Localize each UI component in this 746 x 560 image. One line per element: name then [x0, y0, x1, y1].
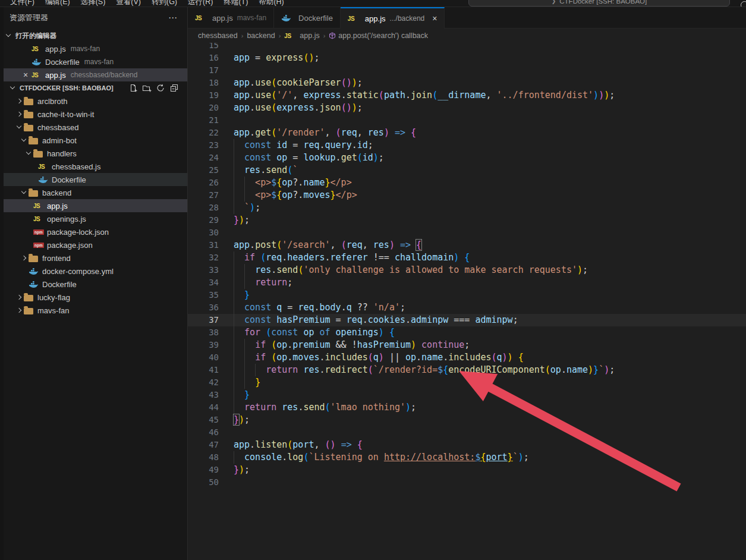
- code-line[interactable]: app.get('/render', (req, res) => {: [234, 127, 746, 139]
- tree-item[interactable]: admin-bot: [0, 134, 187, 147]
- line-number: 46: [188, 426, 219, 439]
- menu-item[interactable]: 帮助(H): [253, 0, 289, 7]
- code-line[interactable]: app = express();: [234, 52, 746, 64]
- code-line[interactable]: app.use('/', express.static(path.join(__…: [234, 89, 746, 102]
- code-line[interactable]: [234, 64, 746, 77]
- open-editors-section-header[interactable]: 打开的编辑器: [0, 29, 187, 42]
- code-line[interactable]: if (op.premium && !hasPremium) continue;: [234, 339, 746, 351]
- code-line[interactable]: [234, 476, 746, 489]
- code-token: ): [250, 202, 255, 213]
- menu-item[interactable]: 运行(R): [182, 0, 218, 7]
- code-line[interactable]: app.post('/search', (req, res) => {: [234, 239, 746, 251]
- account-icon[interactable]: [741, 1, 746, 7]
- tree-item[interactable]: cache-it-to-win-it: [0, 108, 187, 121]
- menu-item[interactable]: 文件(F): [5, 0, 40, 7]
- breadcrumb-item[interactable]: chessbased: [198, 32, 238, 40]
- breadcrumb-item[interactable]: backend: [247, 32, 275, 40]
- line-number: 34: [188, 276, 219, 289]
- new-file-icon[interactable]: [128, 83, 138, 93]
- line-number: 15: [188, 43, 219, 52]
- code-line[interactable]: const id = req.query.id;: [234, 139, 746, 152]
- code-line[interactable]: }: [234, 389, 746, 401]
- js-icon: JS: [348, 15, 354, 22]
- breadcrumb-item[interactable]: JSapp.js: [284, 31, 319, 40]
- code-line[interactable]: const hasPremium = req.cookies.adminpw =…: [234, 314, 746, 326]
- code-line[interactable]: app.listen(port, () => {: [234, 439, 746, 451]
- workspace-section-header[interactable]: CTFDOCKER [SSH: BAOBAO]: [0, 81, 187, 95]
- tree-item[interactable]: chessbased: [0, 121, 187, 134]
- tree-item[interactable]: npmpackage-lock.json: [0, 225, 187, 238]
- menu-item[interactable]: 查看(V): [111, 0, 146, 7]
- menu-item[interactable]: 编辑(E): [40, 0, 75, 7]
- tree-item[interactable]: npmpackage.json: [0, 238, 187, 251]
- open-editor-item[interactable]: ×JSapp.jschessbased/backend: [0, 68, 187, 81]
- code-line[interactable]: [234, 426, 746, 439]
- menu-item[interactable]: 转到(G): [146, 0, 182, 7]
- tree-item[interactable]: JSopenings.js: [0, 212, 187, 225]
- tree-item[interactable]: Dockerfile: [0, 173, 187, 186]
- code-line[interactable]: const op = lookup.get(id);: [234, 152, 746, 164]
- tab-Dockerfile[interactable]: Dockerfile: [274, 7, 341, 29]
- code-token: `Listening on: [309, 452, 383, 463]
- code-line[interactable]: }: [234, 376, 746, 389]
- tree-item[interactable]: lucky-flag: [0, 291, 187, 304]
- code-token: includes: [448, 352, 491, 363]
- code-line[interactable]: res.send(`: [234, 164, 746, 177]
- collapse-all-icon[interactable]: [169, 83, 179, 93]
- code-line[interactable]: <p>${op?.moves}</p>: [234, 189, 746, 202]
- refresh-icon[interactable]: [156, 83, 165, 93]
- code-line[interactable]: return res.redirect(`/render?id=${encode…: [234, 364, 746, 376]
- tree-item[interactable]: handlers: [0, 147, 187, 160]
- code-line[interactable]: return;: [234, 276, 746, 289]
- folder-glyph-icon: [24, 99, 33, 105]
- code-line[interactable]: if (req.headers.referer !== challdomain)…: [234, 251, 746, 264]
- code-line[interactable]: return res.send('lmao nothing');: [234, 401, 746, 414]
- code-token: console: [244, 452, 282, 463]
- code-token: .: [325, 252, 330, 263]
- code-token: .: [336, 152, 341, 163]
- folder-icon: [33, 149, 46, 158]
- tree-item[interactable]: JSapp.js: [0, 199, 187, 212]
- code-token: ;: [244, 414, 250, 425]
- code-line[interactable]: `);: [234, 202, 746, 214]
- code-line[interactable]: app.use(express.json());: [234, 102, 746, 114]
- open-editor-item[interactable]: JSapp.jsmavs-fan: [0, 42, 187, 55]
- code-token: use: [255, 90, 271, 100]
- tree-item[interactable]: docker-compose.yml: [0, 265, 187, 278]
- code-line[interactable]: const q = req.body.q ?? 'n/a';: [234, 301, 746, 314]
- breadcrumb-item[interactable]: app.post('/search') callback: [329, 32, 428, 40]
- code-line[interactable]: });: [234, 414, 746, 426]
- code-editor[interactable]: 1516app = express();1718app.use(cookiePa…: [188, 43, 746, 560]
- tree-item[interactable]: mavs-fan: [0, 304, 187, 317]
- code-line[interactable]: [234, 226, 746, 239]
- code-line[interactable]: for (const op of openings) {: [234, 326, 746, 339]
- tree-item[interactable]: frontend: [0, 251, 187, 265]
- open-editor-item[interactable]: Dockerfilemavs-fan: [0, 55, 187, 68]
- code-line[interactable]: console.log(`Listening on http://localho…: [234, 451, 746, 464]
- command-center-search[interactable]: ❯ CTFDocker [SSH: BAOBAO]: [468, 0, 730, 7]
- code-line[interactable]: [234, 43, 746, 52]
- menu-item[interactable]: 终端(T): [218, 0, 253, 7]
- code-line[interactable]: });: [234, 464, 746, 476]
- code-line[interactable]: if (op.moves.includes(q) || op.name.incl…: [234, 351, 746, 364]
- code-line[interactable]: }: [234, 289, 746, 301]
- tree-item[interactable]: arclbroth: [0, 95, 187, 108]
- tree-item[interactable]: backend: [0, 186, 187, 199]
- code-line[interactable]: });: [234, 214, 746, 226]
- code-line[interactable]: <p>${op?.name}</p>: [234, 177, 746, 189]
- tab-app.js[interactable]: JSapp.jsmavs-fan: [188, 7, 274, 29]
- code-line[interactable]: app.use(cookieParser());: [234, 77, 746, 89]
- menu-item[interactable]: 选择(S): [75, 0, 111, 7]
- code-token: ;: [411, 402, 416, 413]
- new-folder-icon[interactable]: [142, 83, 152, 93]
- tree-item-name: cache-it-to-win-it: [37, 110, 94, 119]
- code-line[interactable]: [234, 114, 746, 127]
- tab-app.js[interactable]: JSapp.js.../backend×: [341, 7, 445, 29]
- more-actions-icon[interactable]: ⋯: [168, 12, 178, 23]
- code-line[interactable]: res.send('only challenge is allowed to m…: [234, 264, 746, 276]
- tree-item[interactable]: JSchessbased.js: [0, 160, 187, 173]
- close-icon[interactable]: ×: [432, 14, 437, 23]
- code-token: name: [421, 352, 443, 363]
- tree-item[interactable]: Dockerfile: [0, 278, 187, 291]
- close-icon[interactable]: ×: [21, 68, 30, 81]
